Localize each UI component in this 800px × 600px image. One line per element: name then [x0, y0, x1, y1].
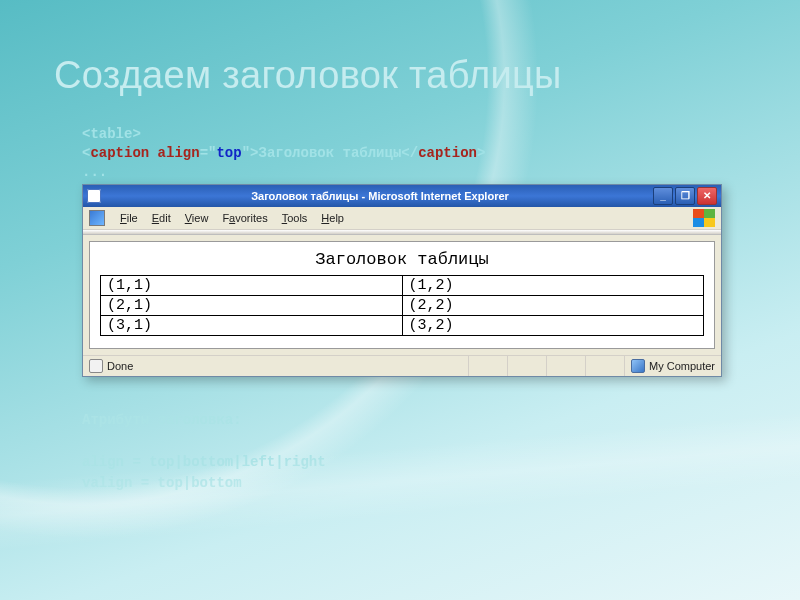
ie-statusbar: Done My Computer — [83, 355, 721, 376]
code-line-2: <caption align="top">Заголовок таблицы</… — [82, 144, 485, 163]
cell-3-2: (3,2) — [402, 316, 704, 336]
menu-tools[interactable]: Tools — [275, 211, 315, 225]
cell-3-1: (3,1) — [101, 316, 403, 336]
status-mycomputer-text: My Computer — [649, 360, 715, 372]
code-line-3: ... — [82, 164, 107, 180]
code-content-text: Заголовок таблицы — [258, 145, 401, 161]
code-after-val: "> — [242, 145, 259, 161]
ie-window-controls: _ ❐ ✕ — [653, 187, 717, 205]
cell-1-2: (1,2) — [402, 276, 704, 296]
table-row: (2,1) (2,2) — [101, 296, 704, 316]
ie-window-title: Заголовок таблицы - Microsoft Internet E… — [107, 190, 653, 202]
windows-flag-icon — [693, 209, 715, 227]
slide: Создаем заголовок таблицы <table> <capti… — [0, 0, 800, 600]
status-spacer-2 — [508, 356, 547, 376]
ie-titlebar: Заголовок таблицы - Microsoft Internet E… — [83, 185, 721, 207]
menu-edit[interactable]: Edit — [145, 211, 178, 225]
ie-page-icon — [89, 210, 105, 226]
my-computer-icon — [631, 359, 645, 373]
close-button[interactable]: ✕ — [697, 187, 717, 205]
menu-favorites[interactable]: Favorites — [215, 211, 274, 225]
attr-line-1: Атрибуты заголовка: — [82, 410, 326, 431]
status-spacer-3 — [547, 356, 586, 376]
table-row: (3,1) (3,2) — [101, 316, 704, 336]
cell-2-2: (2,2) — [402, 296, 704, 316]
menu-view[interactable]: View — [178, 211, 216, 225]
maximize-button[interactable]: ❐ — [675, 187, 695, 205]
minimize-button[interactable]: _ — [653, 187, 673, 205]
code-val-top: top — [216, 145, 241, 161]
attr-line-3: valign = top|bottom — [82, 473, 326, 494]
status-done-cell: Done — [83, 356, 469, 376]
menu-help[interactable]: Help — [314, 211, 351, 225]
menu-file[interactable]: FFileile — [113, 211, 145, 225]
cell-2-1: (2,1) — [101, 296, 403, 316]
code-caption-kw: caption — [90, 145, 149, 161]
table-row: (1,1) (1,2) — [101, 276, 704, 296]
code-close-gt: > — [477, 145, 485, 161]
status-spacer-1 — [469, 356, 508, 376]
ie-toolbar-separator — [83, 230, 721, 235]
code-align-kw: align — [149, 145, 199, 161]
attr-line-2: align = top|bottom|left|right — [82, 452, 326, 473]
html-table-caption: Заголовок таблицы — [100, 250, 704, 269]
ie-app-icon — [87, 189, 101, 203]
ie-menubar: FFileile Edit View Favorites Tools Help — [83, 207, 721, 230]
code-eq: =" — [200, 145, 217, 161]
status-spacer-4 — [586, 356, 625, 376]
demo-table: (1,1) (1,2) (2,1) (2,2) (3,1) (3,2) — [100, 275, 704, 336]
code-close-caption-kw: caption — [418, 145, 477, 161]
ie-content-area: Заголовок таблицы (1,1) (1,2) (2,1) (2,2… — [89, 241, 715, 349]
status-done-text: Done — [107, 360, 133, 372]
code-example: <table> <caption align="top">Заголовок т… — [82, 125, 485, 182]
code-close-lt: </ — [401, 145, 418, 161]
cell-1-1: (1,1) — [101, 276, 403, 296]
attributes-note: Атрибуты заголовка: align = top|bottom|l… — [82, 410, 326, 494]
code-line-1: <table> — [82, 126, 141, 142]
done-icon — [89, 359, 103, 373]
slide-title: Создаем заголовок таблицы — [54, 54, 562, 97]
ie-window: Заголовок таблицы - Microsoft Internet E… — [82, 184, 722, 377]
status-zone-cell: My Computer — [625, 356, 721, 376]
